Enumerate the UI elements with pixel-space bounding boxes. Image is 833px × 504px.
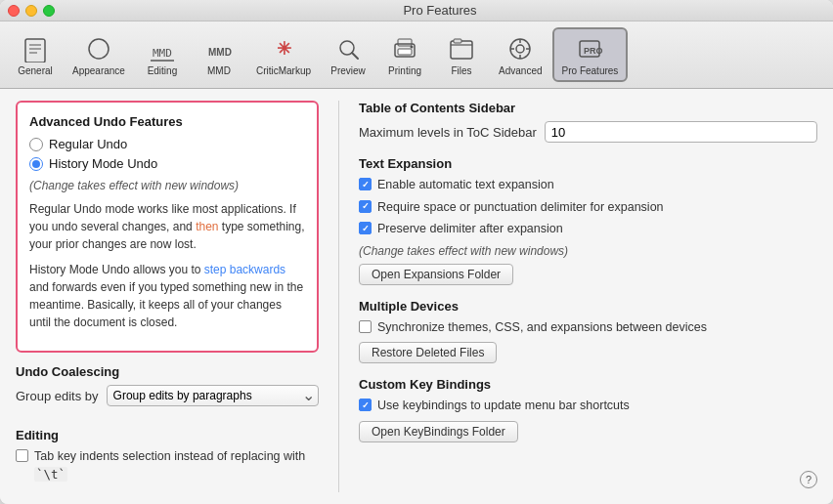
radio-group: Regular Undo History Mode Undo <box>29 137 305 171</box>
svg-rect-13 <box>398 39 412 46</box>
undo-desc2: History Mode Undo allows you to step bac… <box>29 261 305 331</box>
undo-desc1: Regular Undo mode works like most applic… <box>29 200 305 253</box>
editing-section: Editing Tab key indents selection instea… <box>16 428 319 483</box>
group-edits-select-wrapper: Group edits by paragraphs Group edits by… <box>107 385 319 406</box>
left-panel: Advanced Undo Features Regular Undo Hist… <box>16 101 319 492</box>
editing-icon: MMD <box>147 33 178 64</box>
sync-themes-checkbox <box>359 320 372 333</box>
multiple-devices-section: Multiple Devices Synchronize themes, CSS… <box>359 299 817 364</box>
preview-label: Preview <box>330 65 366 76</box>
right-panel: Table of Contents Sidebar Maximum levels… <box>359 101 817 492</box>
multiple-devices-checkbox-list: Synchronize themes, CSS, and expansions … <box>359 319 817 337</box>
svg-text:MMD: MMD <box>208 47 232 58</box>
svg-text:✳: ✳ <box>277 39 291 59</box>
toolbar-item-appearance[interactable]: Appearance <box>65 29 133 80</box>
require-delimiter-item[interactable]: Require space or punctuation delimiter f… <box>359 199 817 217</box>
use-keybindings-checkbox <box>359 399 372 411</box>
preserve-delimiter-checkbox <box>359 222 372 234</box>
undo-coalescing-section: Undo Coalescing Group edits by Group edi… <box>16 364 319 412</box>
appearance-label: Appearance <box>72 65 125 76</box>
main-window: Pro Features General Appearance MMD Edit… <box>0 0 833 504</box>
enable-expansion-item[interactable]: Enable automatic text expansion <box>359 177 817 194</box>
svg-text:MMD: MMD <box>153 47 172 60</box>
text-expansion-title: Text Expansion <box>359 156 817 171</box>
expansion-change-note: (Change takes effect with new windows) <box>359 244 817 258</box>
open-expansions-folder-button[interactable]: Open Expansions Folder <box>359 264 513 285</box>
advanced-label: Advanced <box>499 65 542 76</box>
toolbar-item-files[interactable]: Files <box>434 29 489 80</box>
content-wrapper: Advanced Undo Features Regular Undo Hist… <box>0 89 833 504</box>
undo-box-title: Advanced Undo Features <box>29 114 305 129</box>
advanced-icon <box>504 33 536 64</box>
general-label: General <box>18 65 53 76</box>
titlebar: Pro Features <box>0 0 833 21</box>
radio-regular-indicator <box>29 138 43 151</box>
criticmarkup-icon: ✳ <box>268 33 299 64</box>
traffic-lights <box>8 5 55 17</box>
toolbar-item-criticmarkup[interactable]: ✳ CriticMarkup <box>248 29 319 80</box>
toolbar-item-advanced[interactable]: Advanced <box>491 29 549 80</box>
appearance-icon <box>83 33 114 64</box>
general-icon <box>20 33 51 64</box>
radio-history-label: History Mode Undo <box>49 156 157 171</box>
svg-point-4 <box>89 39 109 59</box>
radio-history-undo[interactable]: History Mode Undo <box>29 156 305 171</box>
tab-indent-label: Tab key indents selection instead of rep… <box>34 448 319 483</box>
radio-history-indicator <box>29 157 43 171</box>
radio-regular-undo[interactable]: Regular Undo <box>29 137 305 151</box>
profeatures-label: Pro Features <box>562 65 619 76</box>
open-keybindings-folder-button[interactable]: Open KeyBindings Folder <box>359 421 518 442</box>
custom-keybindings-title: Custom Key Bindings <box>359 377 817 392</box>
sync-themes-item[interactable]: Synchronize themes, CSS, and expansions … <box>359 319 817 337</box>
toc-label: Maximum levels in ToC Sidebar <box>359 125 537 140</box>
window-title: Pro Features <box>55 3 825 18</box>
maximize-button[interactable] <box>43 5 55 17</box>
editing-title: Editing <box>16 428 319 442</box>
enable-expansion-checkbox <box>359 178 372 190</box>
require-delimiter-label: Require space or punctuation delimiter f… <box>377 199 664 217</box>
coalescing-title: Undo Coalescing <box>16 364 319 379</box>
svg-rect-0 <box>25 39 45 63</box>
panel-divider <box>338 101 339 492</box>
tab-indent-checkbox-item[interactable]: Tab key indents selection instead of rep… <box>16 448 319 483</box>
toc-input[interactable] <box>545 121 817 143</box>
toolbar-item-editing[interactable]: MMD Editing <box>135 29 190 80</box>
use-keybindings-item[interactable]: Use keybindings to update menu bar short… <box>359 398 817 415</box>
svg-rect-12 <box>398 49 412 55</box>
custom-keybindings-checkbox-list: Use keybindings to update menu bar short… <box>359 398 817 415</box>
svg-line-10 <box>352 53 358 59</box>
criticmarkup-label: CriticMarkup <box>256 65 311 76</box>
help-button[interactable]: ? <box>800 471 817 488</box>
files-label: Files <box>452 65 472 76</box>
toolbar-item-profeatures[interactable]: PRO Pro Features <box>552 27 629 82</box>
sync-themes-label: Synchronize themes, CSS, and expansions … <box>377 319 707 337</box>
radio-regular-label: Regular Undo <box>49 137 127 151</box>
minimize-button[interactable] <box>25 5 37 17</box>
preserve-delimiter-label: Preserve delimiter after expansion <box>377 221 563 238</box>
printing-label: Printing <box>388 65 421 76</box>
group-edits-select[interactable]: Group edits by paragraphs Group edits by… <box>107 385 319 406</box>
editing-label: Editing <box>148 65 178 76</box>
preview-icon <box>332 33 364 64</box>
close-button[interactable] <box>8 5 20 17</box>
desc1-highlight: then <box>196 220 218 233</box>
preserve-delimiter-item[interactable]: Preserve delimiter after expansion <box>359 221 817 238</box>
text-expansion-section: Text Expansion Enable automatic text exp… <box>359 156 817 285</box>
main-content: Advanced Undo Features Regular Undo Hist… <box>0 89 833 504</box>
toolbar-item-general[interactable]: General <box>8 29 63 80</box>
toolbar-item-printing[interactable]: Printing <box>377 29 432 80</box>
restore-deleted-files-button[interactable]: Restore Deleted Files <box>359 342 497 363</box>
use-keybindings-label: Use keybindings to update menu bar short… <box>377 398 630 415</box>
svg-rect-16 <box>454 39 461 43</box>
profeatures-icon: PRO <box>574 33 605 64</box>
tab-code: `\t` <box>34 467 67 482</box>
mmd-icon: MMD <box>203 33 235 64</box>
multiple-devices-title: Multiple Devices <box>359 299 817 314</box>
svg-point-18 <box>516 45 524 53</box>
printing-icon <box>389 33 420 64</box>
group-edits-label: Group edits by <box>16 389 99 403</box>
toolbar-item-mmd[interactable]: MMD MMD <box>192 29 246 80</box>
desc2-step: step backwards <box>204 263 285 276</box>
files-icon <box>446 33 477 64</box>
toolbar-item-preview[interactable]: Preview <box>321 29 375 80</box>
